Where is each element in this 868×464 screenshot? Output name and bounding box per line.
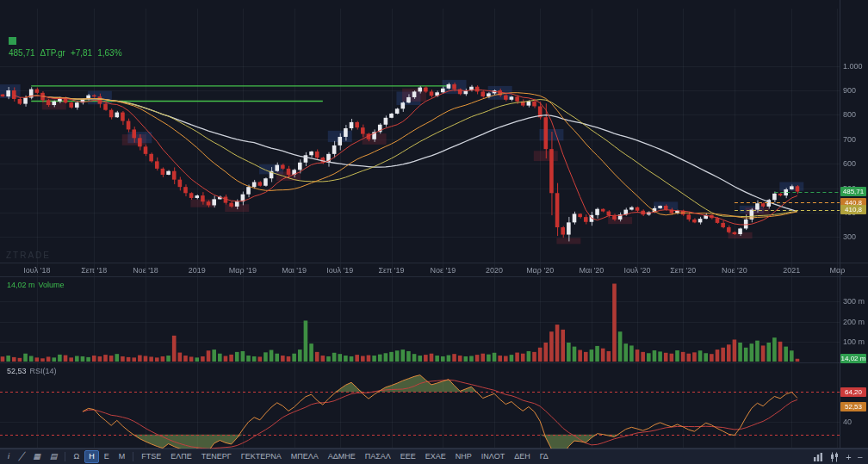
chart-style-columns-icon[interactable] [813, 452, 823, 462]
symbol-tab[interactable]: ΑΔΜΗΕ [324, 450, 360, 463]
zoom-out-button[interactable]: − [858, 452, 863, 462]
last-price-badge: 485,71 [840, 187, 866, 196]
price-axis[interactable] [840, 0, 868, 449]
symbol-tab[interactable]: ΝΗΡ [451, 450, 476, 463]
time-axis-label: Ιουλ '18 [23, 266, 50, 275]
time-axis-label: Μαρ '20 [526, 266, 554, 275]
symbol-tab[interactable]: ΔΕΗ [510, 450, 535, 463]
symbol-tab[interactable]: ΠΑΣΑΛ [361, 450, 395, 463]
info-button[interactable]: i [3, 450, 14, 463]
timeframe-button[interactable]: Η [84, 450, 99, 463]
toolbar-symbols: FTSEΕΛΠΕΤΕΝΕΡΓΓΕΚΤΕΡΝΑΜΠΕΛΑΑΔΜΗΕΠΑΣΑΛΕΕΕ… [137, 450, 553, 463]
time-axis-label: Νοε '19 [430, 266, 456, 275]
toolbar-separator [65, 452, 65, 461]
toolbar-separator [133, 452, 133, 461]
symbol-tab[interactable]: ΕΧΑΕ [421, 450, 450, 463]
symbol-tab[interactable]: ΤΕΝΕΡΓ [197, 450, 236, 463]
time-axis-label: Σεπ '20 [670, 266, 696, 275]
time-axis-label: Νοε '20 [722, 266, 747, 275]
symbol-tab[interactable]: ΕΛΠΕ [166, 450, 196, 463]
volume-label: 14,02 m Volume [7, 281, 65, 289]
quote-symbol[interactable]: ΔΤΡ.gr [40, 48, 65, 58]
watermark: ZTRADE [6, 251, 51, 260]
volume-name: Volume [39, 281, 65, 289]
time-axis-label: Ιουλ '19 [326, 266, 353, 275]
time-axis-label: Μαι '19 [282, 266, 307, 275]
chart-style-candles-icon[interactable] [829, 452, 840, 462]
volume-value: 14,02 m [7, 281, 35, 289]
rsi-name: RSI(14) [30, 367, 57, 375]
time-axis-label: Μαι '20 [579, 266, 604, 275]
time-axis-label: Μαρ [830, 266, 846, 275]
zoom-in-button[interactable]: + [846, 452, 851, 462]
symbol-tab[interactable]: FTSE [137, 450, 165, 463]
toolbar-tools: i╱▦▤ [3, 450, 61, 463]
symbol-tab[interactable]: ΕΕΕ [396, 450, 420, 463]
timeframe-button[interactable]: Ε [100, 450, 114, 463]
panel-layout-button[interactable]: ▤ [46, 450, 62, 463]
trading-chart-window: 485,71 ΔΤΡ.gr +7,81 1,63% ZTRADE 14,02 m… [0, 0, 868, 464]
symbol-tab[interactable]: ΜΠΕΛΑ [287, 450, 323, 463]
rsi-value: 52,53 [7, 367, 27, 375]
rsi-label: 52,53 RSI(14) [7, 367, 57, 375]
draw-line-button[interactable]: ╱ [15, 450, 28, 463]
timeframe-button[interactable]: Μ [115, 450, 130, 463]
time-axis-label: Σεπ '18 [81, 266, 107, 275]
toolbar-right: + − [813, 452, 865, 462]
time-axis-label: Μαρ '19 [229, 266, 257, 275]
symbol-tab[interactable]: ΙΝΛΟΤ [477, 450, 509, 463]
toolbar-timeframes: ΩΗΕΜ [69, 450, 129, 463]
quote-line: 485,71 ΔΤΡ.gr +7,81 1,63% [9, 48, 122, 58]
quote-change: +7,81 [71, 48, 92, 58]
bottom-toolbar: i╱▦▤ ΩΗΕΜ FTSEΕΛΠΕΤΕΝΕΡΓΓΕΚΤΕΡΝΑΜΠΕΛΑΑΔΜ… [0, 449, 868, 464]
symbol-color-swatch [9, 37, 16, 45]
time-axis-label: 2021 [783, 266, 800, 275]
chart-canvas[interactable] [0, 0, 868, 449]
rsi-value-badge: 52,53 [840, 402, 866, 411]
time-axis-label: Ιουλ '20 [623, 266, 650, 275]
time-axis-label: 2019 [189, 266, 206, 275]
grid-view-button[interactable]: ▦ [28, 450, 45, 463]
volume-value-badge: 14,02 m [840, 354, 866, 363]
timeframe-button[interactable]: Ω [69, 450, 84, 463]
time-axis-label: Νοε '18 [133, 266, 158, 275]
rsi-level-badge: 64,20 [840, 387, 866, 397]
time-axis-label: Σεπ '19 [379, 266, 405, 275]
time-axis-label: 2020 [486, 266, 503, 275]
quote-change-pct: 1,63% [97, 48, 121, 58]
symbol-tab[interactable]: ΓΕΚΤΕΡΝΑ [237, 450, 286, 463]
symbol-tab[interactable]: ΓΔ [536, 450, 553, 463]
quote-price: 485,71 [9, 48, 35, 58]
ma-value-badge: 410,8 [840, 205, 866, 214]
